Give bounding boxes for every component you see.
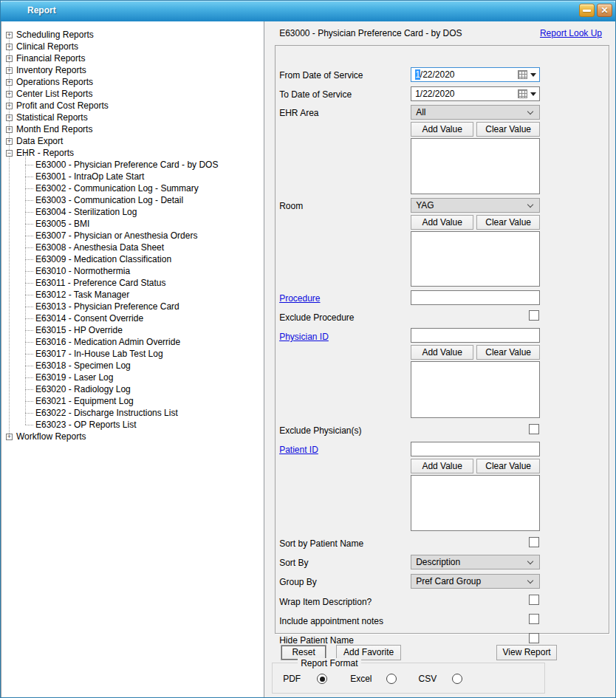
- tree-item-label[interactable]: Clinical Reports: [16, 41, 78, 52]
- excel-radio[interactable]: [386, 674, 397, 684]
- group-by-select[interactable]: Pref Card Group: [411, 574, 540, 589]
- tree-leaf-item[interactable]: E63017 - In-House Lab Test Log: [1, 348, 264, 360]
- tree-node-item[interactable]: −EHR - Reports: [1, 147, 264, 159]
- ehr-area-select[interactable]: All: [411, 105, 540, 120]
- pdf-radio[interactable]: [317, 674, 327, 684]
- tree-leaf-item[interactable]: E63018 - Specimen Log: [1, 360, 264, 372]
- exclude-physicians-checkbox[interactable]: [529, 424, 539, 434]
- expand-icon[interactable]: +: [6, 55, 13, 62]
- ehr-area-listbox[interactable]: [411, 138, 540, 194]
- expand-icon[interactable]: +: [6, 67, 13, 74]
- collapse-icon[interactable]: −: [6, 150, 13, 157]
- ehr-area-add-value-button[interactable]: Add Value: [411, 122, 473, 137]
- procedure-link[interactable]: Procedure: [279, 293, 320, 304]
- physician-listbox[interactable]: [411, 361, 540, 418]
- tree-item-label[interactable]: E63007 - Physician or Anesthesia Orders: [35, 230, 197, 241]
- tree-leaf-item[interactable]: E63008 - Anesthesia Data Sheet: [1, 242, 264, 253]
- tree-node-item[interactable]: +Clinical Reports: [1, 41, 264, 52]
- tree-item-label[interactable]: E63014 - Consent Override: [35, 313, 143, 324]
- tree-item-label[interactable]: E63017 - In-House Lab Test Log: [35, 349, 163, 359]
- report-look-up-link[interactable]: Report Look Up: [540, 28, 602, 38]
- expand-icon[interactable]: +: [6, 103, 13, 109]
- tree-leaf-item[interactable]: E63022 - Discharge Instructions List: [1, 407, 264, 419]
- sort-by-select[interactable]: Description: [411, 555, 540, 569]
- close-button[interactable]: ✕: [597, 4, 612, 17]
- tree-node-item[interactable]: +Month End Reports: [1, 123, 264, 135]
- tree-item-label[interactable]: Statistical Reports: [16, 112, 88, 123]
- expand-icon[interactable]: +: [6, 126, 13, 133]
- tree-node-item[interactable]: +Profit and Cost Reports: [1, 100, 264, 112]
- expand-icon[interactable]: +: [6, 138, 13, 145]
- tree-node-item[interactable]: +Scheduling Reports: [1, 29, 264, 41]
- tree-item-label[interactable]: E63002 - Communication Log - Summary: [35, 183, 199, 194]
- view-report-button[interactable]: View Report: [496, 645, 557, 660]
- tree-item-label[interactable]: Month End Reports: [16, 124, 92, 134]
- sort-by-patient-name-checkbox[interactable]: [529, 537, 539, 547]
- tree-node-item[interactable]: +Workflow Reports: [1, 431, 264, 442]
- tree-leaf-item[interactable]: E63007 - Physician or Anesthesia Orders: [1, 230, 264, 242]
- physician-id-input[interactable]: [411, 328, 540, 343]
- title-bar[interactable]: Report ✕: [1, 1, 615, 21]
- patient-id-input[interactable]: [411, 442, 540, 456]
- tree-leaf-item[interactable]: E63002 - Communication Log - Summary: [1, 182, 264, 194]
- tree-item-label[interactable]: E63013 - Physician Preference Card: [35, 301, 179, 312]
- tree-item-label[interactable]: E63018 - Specimen Log: [35, 360, 131, 371]
- tree-node-item[interactable]: +Financial Reports: [1, 52, 264, 64]
- tree-node-item[interactable]: +Operations Reports: [1, 76, 264, 88]
- tree-leaf-item[interactable]: E63015 - HP Override: [1, 324, 264, 336]
- tree-leaf-item[interactable]: E63012 - Task Manager: [1, 289, 264, 301]
- tree-item-label[interactable]: E63019 - Laser Log: [35, 372, 113, 383]
- hide-patient-name-checkbox[interactable]: [529, 633, 539, 643]
- tree-item-label[interactable]: Financial Reports: [16, 53, 85, 64]
- tree-item-label[interactable]: E63015 - HP Override: [35, 325, 123, 335]
- tree-leaf-item[interactable]: E63014 - Consent Override: [1, 312, 264, 324]
- patient-clear-value-button[interactable]: Clear Value: [476, 459, 540, 473]
- tree-item-label[interactable]: E63010 - Normothermia: [35, 266, 130, 276]
- expand-icon[interactable]: +: [6, 79, 13, 86]
- tree-item-label[interactable]: E63009 - Medication Classification: [35, 254, 171, 264]
- room-listbox[interactable]: [411, 231, 540, 287]
- tree-leaf-item[interactable]: E63019 - Laser Log: [1, 372, 264, 383]
- tree-item-label[interactable]: Inventory Reports: [16, 65, 86, 75]
- physician-id-link[interactable]: Physician ID: [279, 332, 329, 342]
- report-tree-panel[interactable]: +Scheduling Reports+Clinical Reports+Fin…: [1, 21, 264, 698]
- room-clear-value-button[interactable]: Clear Value: [476, 215, 540, 230]
- procedure-input[interactable]: [411, 290, 540, 305]
- tree-leaf-item[interactable]: E63001 - IntraOp Late Start: [1, 171, 264, 182]
- tree-leaf-item[interactable]: E63009 - Medication Classification: [1, 253, 264, 265]
- tree-leaf-item[interactable]: E63016 - Medication Admin Override: [1, 336, 264, 348]
- tree-item-label[interactable]: E63003 - Communication Log - Detail: [35, 195, 183, 205]
- tree-item-label[interactable]: Workflow Reports: [16, 431, 86, 442]
- tree-leaf-item[interactable]: E63000 - Physician Preference Card - by …: [1, 159, 264, 171]
- tree-item-label[interactable]: E63023 - OP Reports List: [35, 420, 137, 430]
- patient-id-link[interactable]: Patient ID: [279, 445, 318, 455]
- tree-node-item[interactable]: +Data Export: [1, 135, 264, 147]
- tree-item-label[interactable]: E63022 - Discharge Instructions List: [35, 408, 178, 418]
- tree-item-label[interactable]: E63020 - Radiology Log: [35, 384, 131, 394]
- expand-icon[interactable]: +: [6, 44, 13, 50]
- tree-item-label[interactable]: EHR - Reports: [16, 148, 74, 158]
- patient-listbox[interactable]: [411, 475, 540, 531]
- ehr-area-clear-value-button[interactable]: Clear Value: [476, 122, 540, 137]
- room-select[interactable]: YAG: [411, 198, 540, 213]
- tree-item-label[interactable]: E63012 - Task Manager: [35, 290, 129, 300]
- tree-node-item[interactable]: +Inventory Reports: [1, 64, 264, 76]
- calendar-icon[interactable]: [518, 89, 527, 98]
- tree-item-label[interactable]: E63008 - Anesthesia Data Sheet: [35, 242, 164, 253]
- calendar-icon[interactable]: [518, 70, 527, 79]
- tree-leaf-item[interactable]: E63003 - Communication Log - Detail: [1, 194, 264, 206]
- tree-item-label[interactable]: Data Export: [16, 136, 63, 146]
- tree-item-label[interactable]: E63016 - Medication Admin Override: [35, 337, 180, 347]
- expand-icon[interactable]: +: [6, 434, 13, 440]
- tree-node-item[interactable]: +Center List Reports: [1, 88, 264, 100]
- tree-item-label[interactable]: E63004 - Sterilization Log: [35, 207, 137, 217]
- tree-node-item[interactable]: +Statistical Reports: [1, 112, 264, 123]
- tree-item-label[interactable]: Operations Reports: [16, 77, 93, 87]
- physician-add-value-button[interactable]: Add Value: [411, 345, 473, 360]
- physician-clear-value-button[interactable]: Clear Value: [476, 345, 540, 360]
- to-date-input[interactable]: 1/22/2020: [411, 86, 540, 101]
- tree-item-label[interactable]: Center List Reports: [16, 89, 92, 99]
- tree-leaf-item[interactable]: E63021 - Equipment Log: [1, 395, 264, 407]
- minimize-button[interactable]: [579, 4, 595, 17]
- tree-item-label[interactable]: E63000 - Physician Preference Card - by …: [35, 160, 218, 170]
